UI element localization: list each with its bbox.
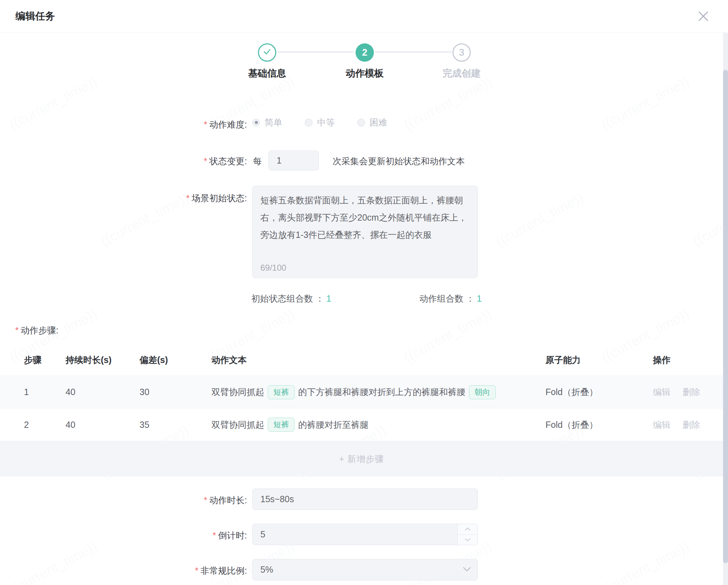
actions-cell: 编辑删除 [653, 408, 712, 441]
spinner-down-button[interactable] [458, 535, 477, 545]
radio-selected-icon [252, 119, 260, 127]
table-row: 14030双臂协同抓起短裤的下方裤腿和裤腰对折到上方的裤腿和裤腰朝向Fold（折… [0, 376, 723, 408]
difficulty-radio-group: 简单 中等 困难 [252, 117, 410, 128]
step-3-circle-pending[interactable]: 3 [452, 43, 471, 62]
step-number: 3 [459, 47, 464, 58]
steps-table-header: 步骤 持续时长(s) 偏差(s) 动作文本 原子能力 操作 [0, 344, 723, 376]
initial-combo-value: 1 [326, 294, 331, 303]
unusual-ratio-select[interactable] [252, 559, 478, 580]
entity-tag: 朝向 [469, 385, 496, 399]
action-text: 双臂协同抓起 [211, 419, 264, 431]
dialog-header: 编辑任务 [0, 0, 728, 32]
action-text-cell: 双臂协同抓起短裤的下方裤腿和裤腰对折到上方的裤腿和裤腰朝向 [211, 376, 499, 408]
edit-link[interactable]: 编辑 [653, 419, 671, 431]
scrollbar-track [723, 33, 728, 585]
action-combo-label: 动作组合数 ： [419, 294, 475, 303]
add-step-band: + 新增步骤 [0, 441, 723, 476]
col-actions: 操作 [653, 354, 671, 365]
step-cell: 2 [24, 408, 29, 441]
unusual-ratio-label: *非常规比例: [0, 565, 247, 577]
chevron-down-icon [465, 536, 470, 543]
deviation-cell: 35 [140, 408, 149, 441]
col-text: 动作文本 [211, 354, 247, 365]
radio-option-hard[interactable]: 困难 [357, 117, 387, 128]
initial-state-label: *场景初始状态: [0, 192, 247, 204]
check-icon [263, 47, 272, 58]
action-duration-input[interactable] [252, 488, 478, 510]
action-text: 的下方裤腿和裤腰对折到上方的裤腿和裤腰 [298, 386, 465, 398]
step-2-label: 动作模板 [319, 67, 411, 80]
ability-cell: Fold（折叠） [545, 376, 598, 408]
delete-link[interactable]: 删除 [683, 419, 700, 431]
chevron-down-icon [463, 567, 471, 573]
radio-unselected-icon [305, 119, 313, 127]
action-text: 的裤腰对折至裤腿 [298, 419, 369, 431]
scrollbar-thumb[interactable] [723, 70, 728, 563]
char-counter: 69/100 [260, 263, 286, 273]
action-text-cell: 双臂协同抓起短裤的裤腰对折至裤腿 [211, 408, 369, 441]
entity-tag: 短裤 [268, 418, 295, 432]
countdown-label: *倒计时: [0, 530, 247, 541]
unusual-ratio-value [252, 559, 478, 580]
action-duration-label: *动作时长: [0, 494, 247, 506]
step-cell: 1 [24, 376, 29, 408]
state-change-prefix: 每 [253, 155, 262, 167]
close-button[interactable] [697, 10, 710, 23]
add-step-button[interactable]: + 新增步骤 [339, 453, 384, 465]
delete-link[interactable]: 删除 [683, 386, 700, 398]
radio-option-medium[interactable]: 中等 [305, 117, 335, 128]
step-1-label: 基础信息 [221, 67, 313, 80]
number-spinner [457, 524, 477, 545]
col-deviation: 偏差(s) [140, 354, 168, 365]
close-icon [697, 18, 710, 24]
actions-cell: 编辑删除 [653, 376, 712, 408]
ability-cell: Fold（折叠） [545, 408, 598, 441]
radio-unselected-icon [357, 119, 365, 127]
col-step: 步骤 [24, 354, 42, 365]
edit-task-dialog: ((current_time))((current_time))((curren… [0, 0, 728, 585]
radio-label: 中等 [317, 117, 335, 128]
dialog-title: 编辑任务 [16, 10, 55, 23]
step-connector [277, 51, 354, 53]
difficulty-label: *动作难度: [0, 119, 247, 130]
entity-tag: 短裤 [268, 385, 295, 399]
state-change-count-input[interactable] [269, 150, 319, 171]
action-text: 双臂协同抓起 [211, 386, 264, 398]
duration-cell: 40 [66, 408, 75, 441]
countdown-input[interactable] [252, 524, 478, 545]
initial-state-text: 短裤五条数据背面朝上，五条数据正面朝上，裤腰朝右，离头部视野下方至少20cm之外… [260, 192, 470, 244]
step-connector [375, 51, 452, 53]
radio-option-easy[interactable]: 简单 [252, 117, 282, 128]
spinner-up-button[interactable] [458, 524, 477, 535]
radio-label: 困难 [370, 117, 387, 128]
edit-link[interactable]: 编辑 [653, 386, 671, 398]
action-steps-label: *动作步骤: [15, 325, 58, 336]
initial-state-textarea[interactable]: 短裤五条数据背面朝上，五条数据正面朝上，裤腰朝右，离头部视野下方至少20cm之外… [252, 186, 478, 278]
duration-cell: 40 [66, 376, 75, 408]
step-3-label: 完成创建 [416, 67, 507, 80]
state-change-label: *状态变更: [0, 155, 247, 167]
step-2-circle-active[interactable]: 2 [356, 43, 374, 62]
col-ability: 原子能力 [545, 354, 581, 365]
step-number: 2 [362, 47, 367, 58]
state-change-suffix: 次采集会更新初始状态和动作文本 [333, 155, 465, 167]
table-row: 24035双臂协同抓起短裤的裤腰对折至裤腿Fold（折叠）编辑删除 [0, 408, 723, 441]
radio-label: 简单 [265, 117, 282, 128]
chevron-up-icon [465, 526, 470, 532]
step-1-circle-done[interactable] [258, 43, 276, 62]
col-duration: 持续时长(s) [66, 354, 112, 365]
deviation-cell: 30 [140, 376, 149, 408]
initial-combo-label: 初始状态组合数 ： [251, 294, 324, 303]
action-combo-value: 1 [477, 294, 482, 303]
required-asterisk: * [204, 119, 207, 129]
